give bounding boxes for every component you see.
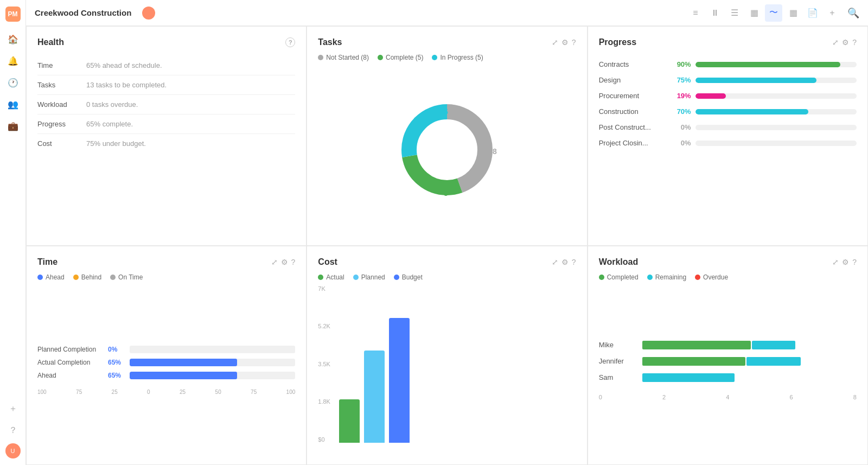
main-area: Creekwood Construction ≡ ⏸ ☰ ▦ 〜 ▦ 📄 + 🔍…	[26, 0, 868, 465]
cost-panel: Cost ⤢ ⚙ ? Actual Planned Budg	[307, 246, 587, 466]
progress-row-pct: 75%	[669, 76, 691, 84]
workload-panel: Workload ⤢ ⚙ ? Completed Remaining	[588, 246, 868, 466]
cost-bars-area	[339, 285, 576, 454]
workload-row-sam: Sam	[599, 373, 857, 382]
add-view-icon[interactable]: +	[824, 4, 841, 22]
actual-completion-fill	[130, 359, 237, 366]
progress-row-bar-bg	[695, 125, 857, 130]
cost-actions: ⤢ ⚙ ?	[552, 258, 576, 266]
progress-row-bar-fill	[695, 78, 816, 83]
sidebar-icon-help[interactable]: ？	[4, 422, 22, 439]
health-row: Progress65% complete.	[37, 114, 295, 134]
progress-row-bar-fill	[695, 93, 726, 99]
topbar: Creekwood Construction ≡ ⏸ ☰ ▦ 〜 ▦ 📄 + 🔍	[26, 0, 868, 26]
progress-row-bar-bg	[695, 93, 857, 99]
progress-header: Progress ⤢ ⚙ ?	[599, 37, 857, 47]
workload-row-mike: Mike	[599, 341, 857, 349]
user-avatar[interactable]: U	[5, 443, 21, 458]
sidebar-icon-briefcase[interactable]: 💼	[4, 117, 22, 135]
progress-title: Progress	[599, 37, 636, 47]
time-header: Time ⤢ ⚙ ?	[37, 257, 295, 267]
health-help-icon[interactable]: ?	[285, 37, 295, 47]
workload-legend-overdue: Overdue	[695, 273, 728, 281]
workload-jennifer-bars	[642, 357, 857, 366]
file-view-icon[interactable]: 📄	[804, 4, 821, 22]
legend-not-started: Not Started (8)	[318, 54, 369, 61]
tasks-header: Tasks ⤢ ⚙ ?	[318, 37, 576, 47]
health-row-value: 75% under budget.	[86, 139, 146, 148]
health-row-label: Progress	[37, 120, 86, 128]
progress-row: Procurement 19%	[599, 92, 857, 100]
health-row-value: 0 tasks overdue.	[86, 100, 138, 109]
donut-chart: 5 8 5	[387, 90, 507, 209]
sidebar-icon-add[interactable]: ＋	[4, 400, 22, 417]
progress-row-label: Construction	[599, 107, 669, 116]
progress-row: Post Construct... 0%	[599, 123, 857, 131]
tasks-help-icon[interactable]: ?	[572, 38, 576, 47]
workload-header: Workload ⤢ ⚙ ?	[599, 257, 857, 267]
cost-chart: 7K 5.2K 3.5K 1.8K $0	[318, 285, 576, 454]
sidebar-icon-clock[interactable]: 🕐	[4, 74, 22, 91]
menu-view-icon[interactable]: ≡	[687, 4, 704, 22]
legend-complete: Complete (5)	[378, 54, 423, 61]
progress-row-bar-bg	[695, 78, 857, 83]
workload-mike-remaining	[752, 341, 795, 349]
chart-view-icon[interactable]: 〜	[765, 4, 782, 22]
search-icon[interactable]: 🔍	[847, 7, 859, 19]
calendar-view-icon[interactable]: ▦	[784, 4, 802, 22]
actual-completion-label: Actual Completion	[37, 359, 108, 366]
cost-settings-icon[interactable]: ⚙	[561, 258, 569, 266]
progress-expand-icon[interactable]: ⤢	[832, 38, 839, 47]
workload-settings-icon[interactable]: ⚙	[842, 258, 849, 266]
columns-view-icon[interactable]: ⏸	[706, 4, 724, 22]
actual-completion-track	[130, 359, 295, 366]
health-row: Cost75% under budget.	[37, 134, 295, 153]
workload-title: Workload	[599, 257, 639, 267]
progress-settings-icon[interactable]: ⚙	[842, 38, 849, 47]
tasks-settings-icon[interactable]: ⚙	[561, 38, 569, 47]
cost-expand-icon[interactable]: ⤢	[552, 258, 558, 266]
health-row-label: Time	[37, 61, 86, 69]
time-actions: ⤢ ⚙ ?	[271, 258, 296, 266]
progress-help-icon[interactable]: ?	[852, 38, 857, 47]
health-row: Workload0 tasks overdue.	[37, 95, 295, 114]
workload-sam-bars	[642, 373, 857, 382]
rows-view-icon[interactable]: ☰	[726, 4, 743, 22]
workload-jennifer-remaining	[746, 357, 801, 366]
table-view-icon[interactable]: ▦	[745, 4, 763, 22]
health-row: Time65% ahead of schedule.	[37, 56, 295, 75]
progress-row-label: Contracts	[599, 60, 669, 68]
health-rows: Time65% ahead of schedule.Tasks13 tasks …	[37, 56, 295, 153]
workload-sam-remaining	[642, 373, 735, 382]
cost-title: Cost	[318, 257, 337, 267]
sidebar-icon-home[interactable]: 🏠	[4, 30, 22, 48]
health-panel: Health ? Time65% ahead of schedule.Tasks…	[26, 26, 307, 246]
time-expand-icon[interactable]: ⤢	[271, 258, 278, 266]
cost-help-icon[interactable]: ?	[572, 258, 576, 266]
time-settings-icon[interactable]: ⚙	[281, 258, 288, 266]
sidebar-icon-people[interactable]: 👥	[4, 95, 22, 113]
actual-completion-value: 65%	[108, 359, 130, 366]
cost-y-labels: 7K 5.2K 3.5K 1.8K $0	[318, 285, 330, 454]
app-logo[interactable]: PM	[5, 7, 21, 22]
svg-text:8: 8	[493, 147, 497, 156]
workload-legend-completed: Completed	[599, 273, 639, 281]
cost-bar-group-2	[364, 351, 385, 443]
topbar-icons: ≡ ⏸ ☰ ▦ 〜 ▦ 📄 +	[687, 4, 841, 22]
time-legend: Ahead Behind On Time	[37, 273, 295, 281]
time-title: Time	[37, 257, 58, 267]
progress-actions: ⤢ ⚙ ?	[832, 38, 857, 47]
time-help-icon[interactable]: ?	[291, 258, 296, 266]
time-axis: 100 75 25 0 25 50 75 100	[37, 389, 295, 395]
legend-in-progress: In Progress (5)	[432, 54, 483, 61]
progress-row-pct: 70%	[669, 107, 691, 116]
workload-help-icon[interactable]: ?	[852, 258, 857, 266]
sidebar-icon-bell[interactable]: 🔔	[4, 52, 22, 69]
progress-row-label: Procurement	[599, 92, 669, 100]
tasks-actions: ⤢ ⚙ ?	[552, 38, 576, 47]
tasks-expand-icon[interactable]: ⤢	[552, 38, 558, 47]
workload-mike-bars	[642, 341, 857, 349]
tasks-panel: Tasks ⤢ ⚙ ? Not Started (8) Complete (5)	[307, 26, 587, 246]
progress-row-bar-bg	[695, 109, 857, 114]
workload-expand-icon[interactable]: ⤢	[832, 258, 839, 266]
